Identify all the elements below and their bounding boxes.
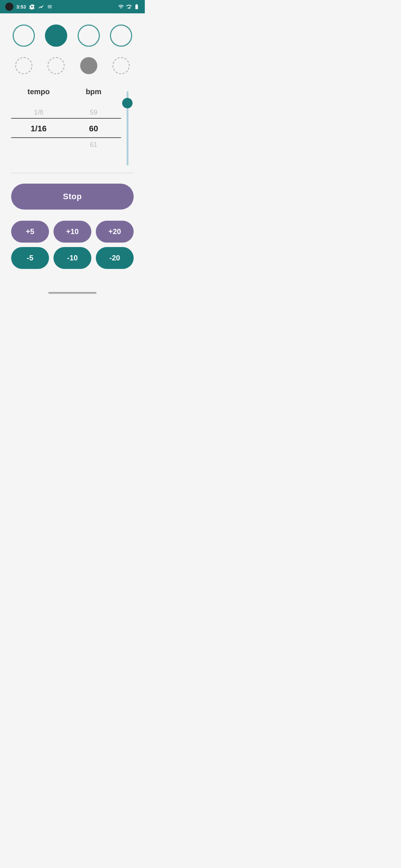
picker-line-top — [11, 118, 121, 119]
adj-minus5-button[interactable]: -5 — [11, 247, 49, 269]
signal-icon — [126, 4, 132, 10]
battery-icon — [134, 4, 140, 10]
status-bar: 3:53 — [0, 0, 145, 13]
beat-circle-2[interactable] — [45, 24, 67, 47]
beat-circle-1[interactable] — [13, 24, 35, 47]
status-right — [118, 4, 140, 10]
beat-circle-4[interactable] — [110, 24, 132, 47]
picker-columns: tempo 1/8 1/16 bpm 59 60 61 — [11, 88, 121, 152]
bpm-item-1[interactable]: 60 — [66, 120, 121, 137]
home-bar — [48, 292, 97, 294]
beat-circle-3[interactable] — [78, 24, 100, 47]
main-content: tempo 1/8 1/16 bpm 59 60 61 Stop — [0, 13, 145, 288]
tempo-item-1[interactable]: 1/16 — [11, 120, 66, 137]
bpm-item-2[interactable]: 61 — [66, 137, 121, 152]
beat-sub-circle-4[interactable] — [113, 57, 130, 74]
beat-sub-circle-3[interactable] — [80, 57, 97, 74]
beat-sub-circle-2[interactable] — [48, 57, 65, 74]
status-left: 3:53 — [5, 3, 53, 11]
tempo-column: tempo 1/8 1/16 — [11, 88, 66, 152]
picker-line-bottom — [11, 137, 121, 138]
bpm-label: bpm — [86, 88, 101, 96]
settings-icon — [29, 4, 35, 10]
svg-rect-0 — [128, 7, 129, 9]
adj-plus10-button[interactable]: +10 — [53, 221, 91, 243]
picker-area: tempo 1/8 1/16 bpm 59 60 61 — [11, 88, 134, 165]
svg-rect-1 — [128, 8, 128, 9]
slider-track — [127, 91, 128, 165]
beat-sub-circle-1[interactable] — [15, 57, 32, 74]
adj-row-positive: +5 +10 +20 — [11, 221, 134, 243]
status-time: 3:53 — [16, 4, 26, 10]
slider-thumb[interactable] — [122, 98, 133, 108]
adj-minus10-button[interactable]: -10 — [53, 247, 91, 269]
bpm-column: bpm 59 60 61 — [66, 88, 121, 152]
tempo-item-2[interactable] — [11, 137, 66, 145]
adj-minus20-button[interactable]: -20 — [96, 247, 134, 269]
wifi-icon — [118, 4, 124, 10]
picker-divider — [11, 173, 134, 173]
adj-plus5-button[interactable]: +5 — [11, 221, 49, 243]
storage-icon — [47, 4, 53, 10]
tempo-label: tempo — [27, 88, 50, 96]
app-icon — [5, 3, 13, 11]
adj-buttons-container: +5 +10 +20 -5 -10 -20 — [7, 221, 137, 281]
activity-icon — [38, 4, 44, 10]
adj-row-negative: -5 -10 -20 — [11, 247, 134, 269]
stop-button[interactable]: Stop — [11, 184, 134, 210]
bpm-slider[interactable] — [121, 88, 134, 165]
beat-sub-row — [7, 57, 137, 74]
svg-rect-2 — [130, 6, 130, 9]
beat-row-1 — [7, 24, 137, 47]
adj-plus20-button[interactable]: +20 — [96, 221, 134, 243]
